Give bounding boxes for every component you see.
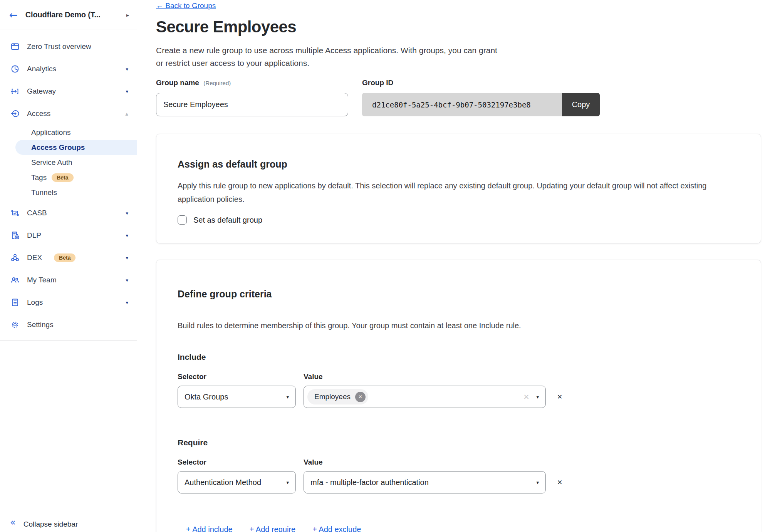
set-default-group-row: Set as default group <box>178 215 739 225</box>
group-form-row: Group name (Required) Group ID d21ce80f-… <box>156 79 770 116</box>
back-arrow-icon[interactable]: ← <box>9 10 18 20</box>
add-include-link[interactable]: + Add include <box>186 525 233 532</box>
chevron-down-icon: ▾ <box>126 255 128 261</box>
copy-button[interactable]: Copy <box>562 93 600 116</box>
set-default-group-checkbox[interactable] <box>178 215 187 225</box>
chip-remove-icon[interactable]: ✕ <box>355 392 366 402</box>
sidebar-item-tunnels[interactable]: Tunnels <box>0 185 137 200</box>
page-title: Secure Employees <box>156 18 770 36</box>
add-exclude-link[interactable]: + Add exclude <box>312 525 361 532</box>
collapse-sidebar-label: Collapse sidebar <box>23 517 78 529</box>
sidebar-item-dlp[interactable]: DLP ▾ <box>0 224 137 247</box>
include-labels-row: Selector Value <box>178 373 739 381</box>
pie-chart-icon <box>10 64 20 74</box>
beta-badge: Beta <box>52 173 73 182</box>
assign-default-group-title: Assign as default group <box>178 159 739 170</box>
chevron-down-icon: ▾ <box>286 480 289 485</box>
account-caret-icon: ▸ <box>126 12 129 18</box>
sidebar-item-label: DEX <box>27 253 42 262</box>
collapse-sidebar-button[interactable]: « Collapse sidebar <box>0 513 137 532</box>
include-value-label: Value <box>304 373 323 381</box>
remove-include-rule-icon[interactable]: ✕ <box>557 393 562 401</box>
include-selector-label: Selector <box>178 373 304 381</box>
description-line: application policies. <box>178 193 739 206</box>
chevron-down-icon: ▾ <box>536 480 539 485</box>
clear-values-icon[interactable]: ✕ <box>523 393 530 401</box>
logs-list-icon <box>10 298 20 307</box>
require-value-dropdown[interactable]: mfa - multiple-factor authentication ▾ <box>304 471 546 493</box>
sidebar-item-label: Tags <box>31 173 47 182</box>
access-icon <box>10 109 20 118</box>
require-value-label: Value <box>304 458 323 467</box>
sidebar-item-label: Zero Trust overview <box>27 42 91 51</box>
gear-icon <box>10 320 20 329</box>
chevron-down-icon: ▾ <box>286 394 289 400</box>
define-group-criteria-card: Define group criteria Build rules to det… <box>156 260 761 532</box>
group-id-label: Group ID <box>362 79 393 87</box>
include-selector-value: Okta Groups <box>185 393 228 401</box>
set-default-group-label: Set as default group <box>193 216 262 225</box>
sidebar-nav: Zero Trust overview Analytics ▾ Gateway … <box>0 30 137 341</box>
overview-window-icon <box>10 42 20 51</box>
sidebar-item-label: Tunnels <box>31 188 57 197</box>
page-description: Create a new rule group to use across mu… <box>156 44 770 69</box>
chevron-down-icon: ▾ <box>126 89 128 94</box>
require-selector-label: Selector <box>178 458 304 467</box>
account-name: Cloudflare Demo (T... <box>25 10 119 19</box>
remove-require-rule-icon[interactable]: ✕ <box>557 478 562 486</box>
include-rule-row: Okta Groups ▾ Employees ✕ ✕ ▾ ✕ <box>178 386 739 408</box>
sidebar-item-label: Settings <box>27 321 54 329</box>
sidebar-item-zero-trust-overview[interactable]: Zero Trust overview <box>0 35 137 58</box>
sidebar-item-dex[interactable]: DEX Beta ▾ <box>0 247 137 269</box>
sidebar-item-tags[interactable]: Tags Beta <box>0 170 137 185</box>
require-rule-row: Authentication Method ▾ mfa - multiple-f… <box>178 471 739 493</box>
sidebar-item-service-auth[interactable]: Service Auth <box>0 155 137 170</box>
sidebar-item-access-groups[interactable]: Access Groups <box>15 140 137 155</box>
collapse-chevrons-icon: « <box>10 519 16 526</box>
assign-default-group-description: Apply this rule group to new application… <box>178 179 739 206</box>
sidebar-item-analytics[interactable]: Analytics ▾ <box>0 58 137 80</box>
require-selector-dropdown[interactable]: Authentication Method ▾ <box>178 471 296 493</box>
include-heading: Include <box>178 352 739 362</box>
group-id-row: d21ce80f-5a25-4bcf-9b07-5032197e3be8 Cop… <box>362 93 600 116</box>
chevron-down-icon: ▾ <box>536 394 539 400</box>
sidebar-item-access[interactable]: Access ▲ <box>0 102 137 125</box>
back-to-groups-link[interactable]: ← Back to Groups <box>156 2 216 10</box>
group-name-label-row: Group name (Required) <box>156 79 348 87</box>
group-name-block: Group name (Required) <box>156 79 348 116</box>
value-chip: Employees ✕ <box>307 389 368 404</box>
sidebar-item-label: Gateway <box>27 87 56 96</box>
sidebar-item-gateway[interactable]: Gateway ▾ <box>0 80 137 102</box>
require-labels-row: Selector Value <box>178 458 739 467</box>
include-selector-dropdown[interactable]: Okta Groups ▾ <box>178 386 296 408</box>
sidebar-item-applications[interactable]: Applications <box>0 125 137 140</box>
value-chip-label: Employees <box>314 393 351 401</box>
add-require-link[interactable]: + Add require <box>250 525 296 532</box>
sidebar-item-label: CASB <box>27 209 47 217</box>
sidebar: ← Cloudflare Demo (T... ▸ Zero Trust ove… <box>0 0 137 532</box>
group-name-input[interactable] <box>156 93 348 116</box>
sidebar-item-label: Service Auth <box>31 158 72 167</box>
chevron-down-icon: ▾ <box>126 210 128 216</box>
sidebar-item-casb[interactable]: CASB ▾ <box>0 202 137 224</box>
sidebar-item-label: Analytics <box>27 65 56 73</box>
group-id-value: d21ce80f-5a25-4bcf-9b07-5032197e3be8 <box>362 93 562 116</box>
chevron-up-icon: ▲ <box>125 112 128 116</box>
main-content: ← Back to Groups Secure Employees Create… <box>138 0 770 532</box>
include-value-dropdown[interactable]: Employees ✕ ✕ ▾ <box>304 386 546 408</box>
sidebar-item-settings[interactable]: Settings <box>0 314 137 336</box>
sidebar-item-logs[interactable]: Logs ▾ <box>0 291 137 314</box>
account-switcher[interactable]: ← Cloudflare Demo (T... ▸ <box>0 0 137 30</box>
chevron-down-icon: ▾ <box>126 233 128 238</box>
dex-network-icon <box>10 253 20 262</box>
sidebar-item-label: DLP <box>27 231 41 240</box>
sidebar-item-label: Access Groups <box>31 143 85 152</box>
require-selector-value: Authentication Method <box>185 478 261 487</box>
sidebar-item-label: Applications <box>31 128 70 137</box>
dlp-document-lock-icon <box>10 231 20 240</box>
casb-icon <box>10 208 20 218</box>
group-name-label: Group name <box>156 79 199 87</box>
require-heading: Require <box>178 438 739 447</box>
sidebar-divider <box>0 340 137 341</box>
sidebar-item-my-team[interactable]: My Team ▾ <box>0 269 137 291</box>
